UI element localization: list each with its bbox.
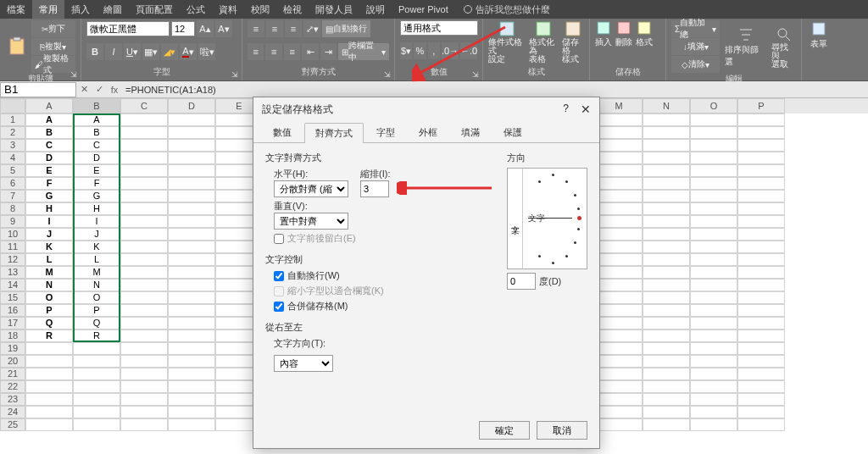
cell[interactable] — [737, 393, 785, 406]
cell[interactable] — [737, 418, 785, 431]
cell[interactable] — [25, 342, 73, 355]
dialog-help[interactable]: ? — [563, 102, 569, 117]
row-header[interactable]: 24 — [0, 406, 25, 418]
cell[interactable] — [25, 368, 73, 380]
cell[interactable] — [120, 368, 168, 380]
cell[interactable] — [737, 164, 785, 177]
increase-font[interactable]: A▴ — [197, 20, 214, 37]
tell-me[interactable]: 告訴我您想做什麼 — [464, 3, 550, 16]
cell[interactable] — [120, 329, 168, 342]
cell[interactable] — [643, 152, 690, 164]
cell[interactable] — [120, 139, 168, 152]
currency-button[interactable]: $▾ — [400, 42, 412, 59]
cell[interactable] — [120, 279, 168, 291]
indent-input[interactable] — [360, 180, 389, 197]
row-header[interactable]: 7 — [0, 190, 25, 202]
fx-button[interactable]: fx — [107, 85, 122, 95]
cell[interactable] — [737, 152, 785, 164]
cell[interactable] — [595, 164, 643, 177]
insert-cells[interactable]: 插入 — [595, 20, 612, 48]
row-header[interactable]: 13 — [0, 266, 25, 279]
cell[interactable]: E — [73, 164, 120, 177]
menu-review[interactable]: 校閱 — [244, 0, 276, 19]
font-name[interactable] — [86, 21, 170, 36]
cell[interactable] — [120, 202, 168, 215]
align-top[interactable]: ≡ — [248, 20, 264, 37]
cell[interactable] — [595, 177, 643, 190]
cell[interactable] — [120, 342, 168, 355]
cell[interactable]: L — [25, 253, 73, 266]
cell[interactable] — [737, 279, 785, 291]
cell[interactable] — [120, 291, 168, 304]
cell[interactable] — [168, 114, 215, 126]
cell[interactable] — [120, 164, 168, 177]
dialog-close[interactable]: ✕ — [581, 102, 591, 117]
cell[interactable] — [595, 342, 643, 355]
tab-number[interactable]: 數值 — [262, 122, 303, 142]
inc-decimal[interactable]: .0→ — [442, 42, 459, 59]
cell[interactable] — [737, 266, 785, 279]
row-header[interactable]: 18 — [0, 329, 25, 342]
cell[interactable] — [690, 139, 737, 152]
row-header[interactable]: 3 — [0, 139, 25, 152]
cell[interactable] — [643, 342, 690, 355]
menu-powerpivot[interactable]: Power Pivot — [392, 0, 455, 19]
enter-formula[interactable]: ✓ — [92, 84, 107, 95]
cell[interactable] — [595, 126, 643, 139]
dec-decimal[interactable]: ←.0 — [460, 42, 477, 59]
cell[interactable] — [595, 355, 643, 368]
format-table[interactable]: 格式化為 表格 — [529, 20, 559, 64]
cell[interactable] — [595, 406, 643, 418]
cell[interactable] — [168, 329, 215, 342]
cell[interactable] — [168, 304, 215, 317]
underline-button[interactable]: U▾ — [124, 43, 141, 60]
row-header[interactable]: 17 — [0, 317, 25, 329]
cell[interactable] — [643, 228, 690, 241]
menu-layout[interactable]: 頁面配置 — [129, 0, 180, 19]
cell[interactable] — [690, 291, 737, 304]
menu-home[interactable]: 常用 — [32, 0, 64, 19]
cell[interactable] — [690, 266, 737, 279]
cell[interactable] — [643, 329, 690, 342]
cell[interactable] — [737, 215, 785, 228]
cell[interactable] — [168, 279, 215, 291]
tab-protection[interactable]: 保護 — [492, 122, 533, 142]
cell[interactable]: F — [25, 177, 73, 190]
row-header[interactable]: 22 — [0, 380, 25, 393]
align-right[interactable]: ≡ — [284, 43, 300, 60]
number-launcher[interactable]: ⇲ — [472, 70, 481, 79]
cell[interactable] — [595, 380, 643, 393]
clear-button[interactable]: ◇ 清除 ▾ — [671, 56, 720, 73]
cell[interactable] — [737, 139, 785, 152]
align-launcher[interactable]: ⇲ — [384, 70, 392, 79]
wrap-text[interactable]: ▤ 自動換行 — [322, 20, 370, 37]
cell[interactable]: I — [73, 215, 120, 228]
number-format[interactable] — [400, 20, 478, 36]
cell[interactable] — [737, 380, 785, 393]
cell[interactable] — [168, 291, 215, 304]
cell[interactable] — [168, 418, 215, 431]
cell[interactable] — [120, 241, 168, 253]
degree-input[interactable] — [507, 273, 536, 290]
orientation-button[interactable]: ⤢▾ — [303, 20, 320, 37]
cell[interactable] — [595, 279, 643, 291]
row-header[interactable]: 9 — [0, 215, 25, 228]
cell[interactable] — [595, 228, 643, 241]
cell[interactable] — [595, 215, 643, 228]
col-C[interactable]: C — [120, 98, 168, 114]
cell[interactable] — [168, 342, 215, 355]
cell[interactable]: I — [25, 215, 73, 228]
cell[interactable] — [690, 202, 737, 215]
cell[interactable] — [120, 190, 168, 202]
menu-help[interactable]: 說明 — [359, 0, 392, 19]
row-header[interactable]: 5 — [0, 164, 25, 177]
cell[interactable] — [643, 266, 690, 279]
cell[interactable] — [643, 380, 690, 393]
ok-button[interactable]: 確定 — [479, 421, 530, 440]
cell-styles[interactable]: 儲存格 樣式 — [562, 20, 584, 64]
cell[interactable] — [737, 202, 785, 215]
cell[interactable]: N — [73, 279, 120, 291]
cancel-formula[interactable]: ✕ — [76, 84, 92, 95]
text-dir-select[interactable]: 內容 — [274, 355, 333, 372]
row-header[interactable]: 14 — [0, 279, 25, 291]
